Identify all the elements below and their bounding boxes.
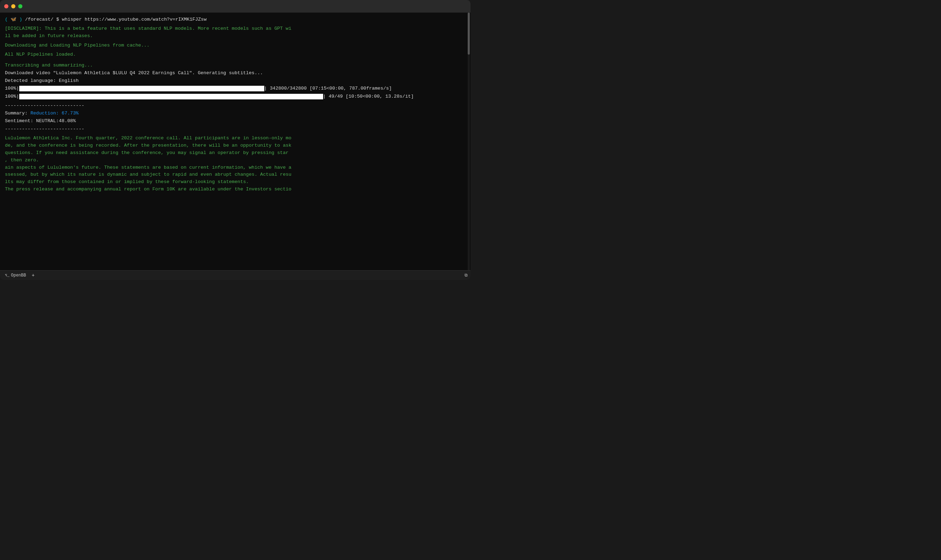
transcribing-line: Transcribing and summarizing... — [5, 62, 466, 69]
disclaimer-line2: ll be added in future releases. — [5, 33, 93, 38]
terminal-window: ( 🦋 ) /forecast/ $ whisper https://www.y… — [0, 0, 470, 280]
detected-language-line: Detected language: English — [5, 77, 466, 85]
maximize-button[interactable] — [18, 4, 22, 8]
transcript-line-8: The press release and accompanying annua… — [5, 186, 291, 192]
tabbar: ⌥_ OpenBB + ⧉ — [0, 270, 470, 280]
transcript-block: Lululemon Athletica Inc. Fourth quarter,… — [5, 135, 466, 193]
terminal-icon: ⌥_ — [5, 273, 9, 278]
sentiment-line: Sentiment: NEUTRAL:48.08% — [5, 118, 466, 125]
progress1-bar — [19, 86, 264, 91]
prompt-symbol: $ — [56, 17, 59, 22]
divider-1: ---------------------------- — [5, 102, 466, 109]
transcript-line-6: ssessed, but by which its nature is dyna… — [5, 172, 291, 177]
scrollbar[interactable] — [468, 12, 470, 270]
divider-2: ---------------------------- — [5, 126, 466, 133]
disclaimer-text: [DISCLAIMER]: This is a beta feature tha… — [5, 25, 466, 40]
progress-bar-1: 100%| | 342800/342800 [07:15<00:00, 787.… — [5, 85, 466, 92]
butterfly-icon: ( 🦋 ) — [5, 17, 22, 22]
downloading-line: Downloading and Loading NLP Pipelines fr… — [5, 42, 466, 49]
downloaded-video-line: Downloaded video "Lululemon Athletica $L… — [5, 70, 466, 77]
loaded-line: All NLP Pipelines loaded. — [5, 51, 466, 58]
progress1-suffix: | 342800/342800 [07:15<00:00, 787.00fram… — [264, 85, 392, 92]
close-button[interactable] — [4, 4, 8, 8]
summary-label: Summary: — [5, 111, 31, 116]
progress1-prefix: 100%| — [5, 85, 19, 92]
tab-label: OpenBB — [11, 273, 26, 278]
transcript-line-7: lts may differ from those contained in o… — [5, 179, 249, 185]
progress-bar-2: 100%| | 49/49 [10:50<00:00, 13.28s/it] — [5, 93, 466, 100]
transcript-line-5: ain aspects of Lululemon's future. These… — [5, 165, 291, 170]
transcript-line-1: Lululemon Athletica Inc. Fourth quarter,… — [5, 135, 291, 141]
path-text: /forecast/ — [25, 17, 56, 22]
progress2-suffix: | 49/49 [10:50<00:00, 13.28s/it] — [323, 93, 414, 100]
terminal-output[interactable]: ( 🦋 ) /forecast/ $ whisper https://www.y… — [0, 12, 470, 270]
titlebar — [0, 0, 470, 12]
command-line: ( 🦋 ) /forecast/ $ whisper https://www.y… — [5, 16, 466, 23]
disclaimer-line1: [DISCLAIMER]: This is a beta feature tha… — [5, 26, 291, 31]
transcript-line-4: , then zero. — [5, 157, 39, 163]
traffic-lights — [4, 4, 22, 8]
summary-line: Summary: Reduction: 67.73% — [5, 110, 466, 117]
new-tab-button[interactable]: + — [30, 273, 36, 278]
new-window-button[interactable]: ⧉ — [465, 273, 468, 278]
command-text: whisper https://www.youtube.com/watch?v=… — [62, 17, 206, 22]
minimize-button[interactable] — [11, 4, 15, 8]
transcript-line-3: questions. If you need assistance during… — [5, 150, 288, 155]
transcript-line-2: de, and the conference is being recorded… — [5, 143, 291, 148]
progress2-bar — [19, 94, 323, 99]
progress2-prefix: 100%| — [5, 93, 19, 100]
scrollbar-thumb[interactable] — [468, 12, 470, 55]
tab-openbb[interactable]: ⌥_ OpenBB — [3, 272, 28, 278]
reduction-value: Reduction: 67.73% — [31, 111, 79, 116]
